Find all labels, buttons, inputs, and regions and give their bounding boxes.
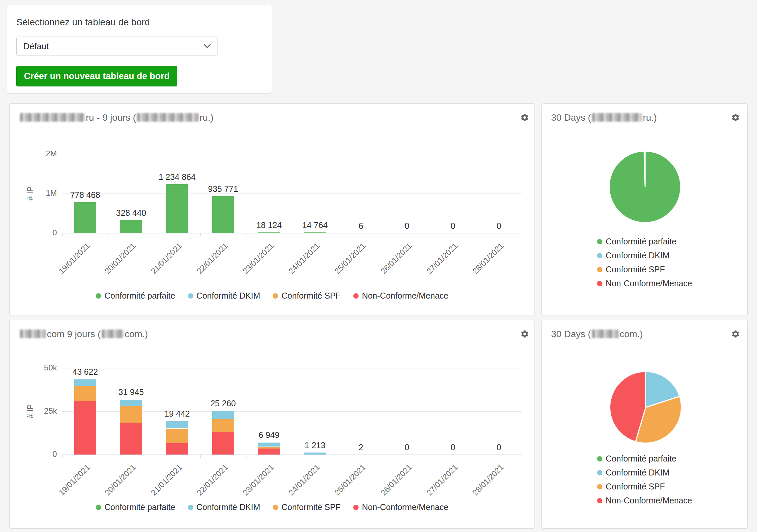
x-axis-label: 23/01/2021 — [241, 241, 276, 276]
x-axis-tick — [200, 455, 201, 458]
legend-item[interactable]: Conformité parfaite — [597, 237, 677, 246]
legend-dot-icon — [597, 253, 602, 258]
bar-segment[interactable] — [166, 443, 188, 455]
bar-segment[interactable] — [258, 447, 280, 449]
bar-value-label: 25 260 — [187, 399, 260, 408]
bar-segment[interactable] — [212, 411, 234, 419]
legend-item[interactable]: Conformité SPF — [273, 291, 341, 301]
bar-segment[interactable] — [74, 202, 96, 233]
legend-item[interactable]: Conformité SPF — [597, 265, 665, 274]
legend-label: Conformité SPF — [606, 482, 665, 491]
legend-dot-icon — [597, 281, 602, 286]
legend-dot-icon — [96, 505, 101, 510]
legend-label: Conformité SPF — [281, 502, 341, 512]
y-axis-title: # IP — [26, 187, 35, 201]
x-axis-label: 20/01/2021 — [103, 241, 138, 276]
x-axis-label: 23/01/2021 — [241, 463, 276, 497]
legend-dot-icon — [188, 505, 193, 510]
x-axis-label: 19/01/2021 — [57, 463, 92, 497]
legend-dot-icon — [597, 498, 602, 503]
x-axis-tick — [384, 233, 384, 236]
x-axis-label: 26/01/2021 — [379, 241, 414, 276]
legend-dot-icon — [597, 484, 602, 489]
x-axis-label: 24/01/2021 — [287, 463, 322, 497]
legend-item[interactable]: Conformité SPF — [273, 502, 341, 512]
legend-item[interactable]: Conformité parfaite — [96, 291, 175, 301]
legend-item[interactable]: Non-Conforme/Menace — [597, 279, 692, 288]
bar-segment[interactable] — [74, 379, 96, 386]
legend-item[interactable]: Non-Conforme/Menace — [353, 291, 448, 301]
legend-dot-icon — [273, 505, 278, 510]
x-axis-label: 24/01/2021 — [287, 241, 322, 276]
x-axis-tick — [476, 233, 476, 236]
bar-segment[interactable] — [258, 232, 280, 233]
legend-label: Conformité parfaite — [104, 291, 175, 301]
legend-item[interactable]: Non-Conforme/Menace — [353, 502, 448, 512]
bar-segment[interactable] — [120, 406, 142, 423]
x-axis-tick — [292, 233, 292, 236]
x-axis-label: 25/01/2021 — [333, 463, 368, 497]
pie-slice-separator — [645, 372, 646, 407]
chart-legend: Conformité parfaiteConformité DKIMConfor… — [10, 291, 534, 301]
legend-item[interactable]: Conformité DKIM — [188, 291, 260, 301]
x-axis-tick — [62, 455, 63, 458]
chevron-down-icon — [204, 44, 211, 49]
legend-item[interactable]: Conformité DKIM — [597, 251, 670, 260]
bar-segment[interactable] — [120, 399, 142, 406]
legend-item[interactable]: Conformité parfaite — [597, 454, 677, 464]
legend-label: Non-Conforme/Menace — [606, 496, 692, 505]
dashboard-select[interactable]: Défaut — [16, 37, 218, 56]
gridline — [62, 368, 522, 368]
legend-dot-icon — [597, 267, 602, 272]
legend-label: Conformité SPF — [281, 291, 341, 301]
legend-label: Conformité DKIM — [606, 251, 670, 260]
bar-segment[interactable] — [166, 421, 188, 428]
legend-label: Conformité SPF — [606, 265, 665, 274]
x-axis-label: 28/01/2021 — [471, 463, 506, 497]
select-value: Défaut — [23, 41, 49, 52]
bar-segment[interactable] — [304, 453, 326, 455]
legend-item[interactable]: Conformité DKIM — [188, 502, 260, 512]
bar-segment[interactable] — [120, 220, 142, 233]
bar-segment[interactable] — [304, 232, 326, 233]
x-axis-label: 21/01/2021 — [149, 463, 184, 497]
bar-chart: 025k50k# IP43 62219/01/202131 94520/01/2… — [10, 320, 534, 528]
bar-segment[interactable] — [74, 401, 96, 455]
bar-segment[interactable] — [212, 419, 234, 432]
bar-segment[interactable] — [166, 184, 188, 233]
legend-dot-icon — [353, 505, 359, 510]
x-axis-tick — [154, 233, 154, 236]
x-axis-tick — [292, 455, 292, 458]
legend-label: Conformité DKIM — [606, 468, 670, 477]
bar-segment[interactable] — [258, 449, 280, 455]
bar-segment[interactable] — [212, 432, 234, 455]
legend-dot-icon — [597, 239, 602, 244]
x-axis-label: 19/01/2021 — [57, 241, 92, 276]
bar-segment[interactable] — [212, 196, 234, 233]
x-axis-label: 27/01/2021 — [425, 463, 460, 497]
gridline — [62, 194, 522, 194]
x-axis-tick — [430, 233, 430, 236]
legend-item[interactable]: Conformité parfaite — [96, 502, 175, 512]
x-axis-tick — [338, 233, 338, 236]
bar-segment[interactable] — [258, 442, 280, 447]
x-axis-tick — [246, 455, 246, 458]
legend-item[interactable]: Non-Conforme/Menace — [597, 496, 692, 505]
dashboard-selector-card: Sélectionnez un tableau de bord Défaut C… — [7, 5, 272, 94]
x-axis-label: 28/01/2021 — [471, 241, 506, 276]
legend-item[interactable]: Conformité DKIM — [597, 468, 670, 477]
bar-chart: 01M2M# IP778 46819/01/2021328 44020/01/2… — [10, 104, 534, 316]
bar-segment[interactable] — [120, 423, 142, 455]
pie-chart: Conformité parfaiteConformité DKIMConfor… — [542, 104, 747, 316]
x-axis-tick — [522, 455, 522, 458]
x-axis-label: 22/01/2021 — [195, 241, 230, 276]
create-dashboard-button[interactable]: Créer un nouveau tableau de bord — [16, 66, 177, 86]
legend-item[interactable]: Conformité SPF — [597, 482, 665, 491]
x-axis-tick — [108, 455, 108, 458]
bar-value-label: 0 — [462, 443, 535, 452]
dashboard-page: { "colors": { "green": "#5cb85c", "blue"… — [0, 0, 757, 532]
bar-segment[interactable] — [166, 428, 188, 443]
y-axis-tick-label: 0 — [10, 228, 57, 237]
bar-segment[interactable] — [74, 386, 96, 401]
x-axis-tick — [200, 233, 201, 236]
